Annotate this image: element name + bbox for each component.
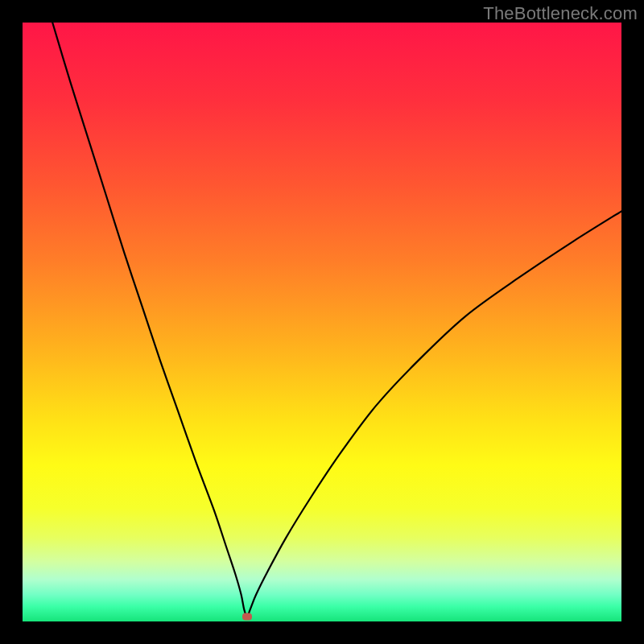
chart-frame: TheBottleneck.com <box>0 0 644 644</box>
minimum-marker <box>242 613 252 621</box>
bottleneck-curve <box>52 23 621 617</box>
watermark-text: TheBottleneck.com <box>483 3 638 24</box>
curve-layer <box>23 23 621 621</box>
plot-area <box>23 23 621 621</box>
